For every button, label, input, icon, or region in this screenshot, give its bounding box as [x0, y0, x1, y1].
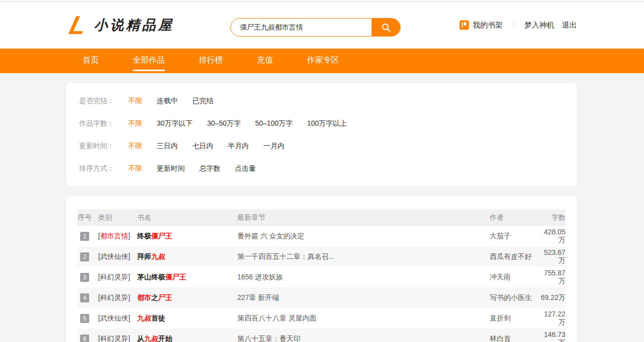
latest-chapter-link[interactable]: 第四百八十八章 灵屋内面 [237, 314, 316, 322]
book-icon [459, 20, 469, 30]
book-title-link[interactable]: 拜师九叔 [137, 252, 237, 261]
filter-option-点击量[interactable]: 点击量 [235, 164, 256, 173]
filter-option-一月内[interactable]: 一月内 [263, 142, 284, 151]
latest-chapter-cell: 第四百八十八章 灵屋内面 [237, 314, 490, 323]
latest-chapter-link[interactable]: 1656 进攻妖族 [237, 273, 283, 281]
book-title-segment: 九叔 [144, 334, 158, 342]
filter-option-半月内[interactable]: 半月内 [228, 142, 249, 151]
logo-mark-icon: L [67, 14, 89, 37]
latest-chapter-link[interactable]: 第一千四百五十二章：真名召... [237, 252, 335, 260]
header-author: 作者 [490, 213, 540, 222]
header-index: 序号 [78, 213, 98, 222]
filter-option-不限[interactable]: 不限 [128, 164, 142, 173]
table-row: 2[武侠仙侠]拜师九叔第一千四百五十二章：真名召...西瓜有皮不好523.67万 [78, 246, 565, 267]
book-title-segment: 尸王 [158, 293, 172, 301]
row-index-badge: 5 [80, 314, 89, 323]
book-category[interactable]: [科幻灵异] [98, 334, 137, 342]
book-category[interactable]: [科幻灵异] [98, 273, 137, 282]
site-header: L 小说精品屋 我的书架 梦入神机 退 [0, 2, 644, 49]
book-title-segment: 九叔 [137, 314, 151, 322]
bracket-close: ] [128, 314, 130, 322]
book-title-link[interactable]: 九叔首徒 [137, 314, 237, 323]
row-index-cell: 1 [78, 232, 98, 241]
username-link[interactable]: 梦入神机 [524, 21, 554, 30]
header-category: 类别 [98, 213, 137, 222]
word-count-cell: 755.87万 [540, 269, 565, 286]
book-title-link[interactable]: 终极僵尸王 [137, 232, 237, 241]
word-count-cell: 428.05万 [540, 228, 565, 245]
filter-option-50–100万字[interactable]: 50–100万字 [255, 119, 293, 128]
my-bookshelf-link[interactable]: 我的书架 [459, 20, 503, 30]
row-index-cell: 5 [78, 314, 98, 323]
latest-chapter-cell: 番外篇 六 众女的决定 [237, 232, 490, 241]
latest-chapter-link[interactable]: 番外篇 六 众女的决定 [237, 232, 304, 240]
filter-label-3: 排序方式： [79, 164, 128, 173]
book-title-link[interactable]: 从九叔开始 [137, 334, 237, 342]
site-name: 小说精品屋 [94, 16, 174, 34]
filter-option-七日内[interactable]: 七日内 [192, 142, 213, 151]
book-title-segment: 之 [151, 293, 158, 301]
row-index-cell: 3 [78, 273, 98, 282]
word-count-cell: 127.22万 [540, 310, 565, 327]
book-title-segment: 茅山终极 [137, 273, 165, 281]
filter-option-连载中[interactable]: 连载中 [157, 97, 178, 106]
book-category[interactable]: [科幻灵异] [98, 293, 137, 302]
filter-option-三日内[interactable]: 三日内 [157, 142, 178, 151]
filter-option-总字数[interactable]: 总字数 [199, 164, 220, 173]
book-title-segment: 都市 [137, 293, 151, 301]
row-index-cell: 6 [78, 334, 98, 342]
filter-label-2: 更新时间： [79, 142, 128, 151]
filter-row-1: 作品字数：不限30万字以下30–50万字50–100万字100万字以上 [79, 112, 564, 135]
book-list-panel: 序号 类别 书名 最新章节 作者 字数 1[都市言情]终极僵尸王番外篇 六 众女… [66, 196, 577, 342]
filter-option-30万字以下[interactable]: 30万字以下 [157, 119, 193, 128]
latest-chapter-cell: 第一千四百五十二章：真名召... [237, 252, 490, 261]
book-category[interactable]: [武侠仙侠] [98, 252, 137, 261]
book-title-link[interactable]: 茅山终极僵尸王 [137, 273, 237, 282]
nav-item-全部作品[interactable]: 全部作品 [133, 49, 165, 73]
table-row: 4[科幻灵异]都市之尸王227章 新开端写书的小医生69.22万 [78, 287, 565, 308]
table-row: 1[都市言情]终极僵尸王番外篇 六 众女的决定大茄子428.05万 [78, 226, 565, 246]
search-button[interactable] [372, 19, 400, 36]
row-index-badge: 4 [80, 293, 89, 302]
filter-option-不限[interactable]: 不限 [128, 142, 142, 151]
category-text: 科幻灵异 [100, 334, 128, 342]
filter-row-0: 是否完结：不限连载中已完结 [79, 90, 564, 112]
book-title-segment: 从 [137, 334, 144, 342]
row-index-badge: 2 [80, 252, 89, 261]
nav-item-首页[interactable]: 首页 [83, 49, 99, 73]
author-cell: 大茄子 [490, 232, 540, 241]
bracket-close: ] [128, 293, 130, 301]
book-category[interactable]: [武侠仙侠] [98, 314, 137, 323]
book-title-segment: 僵尸王 [165, 273, 186, 281]
book-category[interactable]: [都市言情] [98, 232, 137, 241]
logout-button[interactable]: 退出 [562, 21, 577, 30]
word-count-cell: 523.67万 [540, 248, 565, 265]
latest-chapter-link[interactable]: 第八十五章：番天印 [237, 334, 300, 342]
book-title-segment: 终极 [137, 232, 151, 240]
filter-option-已完结[interactable]: 已完结 [192, 97, 213, 106]
author-cell: 西瓜有皮不好 [490, 252, 540, 261]
nav-item-充值[interactable]: 充值 [257, 49, 273, 73]
search-input[interactable] [231, 19, 372, 36]
category-text: 武侠仙侠 [100, 314, 128, 322]
nav-item-作家专区[interactable]: 作家专区 [307, 49, 339, 73]
filter-option-更新时间[interactable]: 更新时间 [157, 164, 185, 173]
word-count-cell: 146.73万 [540, 330, 565, 342]
filter-row-2: 更新时间：不限三日内七日内半月内一月内 [79, 135, 564, 157]
nav-item-排行榜[interactable]: 排行榜 [199, 49, 223, 73]
author-cell: 林白首 [490, 334, 540, 342]
filter-option-30–50万字[interactable]: 30–50万字 [207, 119, 241, 128]
category-text: 科幻灵异 [100, 293, 128, 301]
author-cell: 直折剑 [490, 314, 540, 323]
row-index-badge: 3 [80, 273, 89, 282]
filter-option-不限[interactable]: 不限 [128, 97, 142, 106]
filter-option-不限[interactable]: 不限 [128, 119, 142, 128]
table-row: 6[科幻灵异]从九叔开始第八十五章：番天印林白首146.73万 [78, 328, 565, 342]
table-header-row: 序号 类别 书名 最新章节 作者 字数 [78, 209, 565, 226]
book-title-segment: 开始 [158, 334, 172, 342]
site-logo[interactable]: L 小说精品屋 [70, 14, 174, 37]
filter-option-100万字以上[interactable]: 100万字以上 [307, 119, 347, 128]
book-title-link[interactable]: 都市之尸王 [137, 293, 237, 302]
author-cell: 写书的小医生 [490, 293, 540, 302]
latest-chapter-link[interactable]: 227章 新开端 [237, 293, 279, 301]
